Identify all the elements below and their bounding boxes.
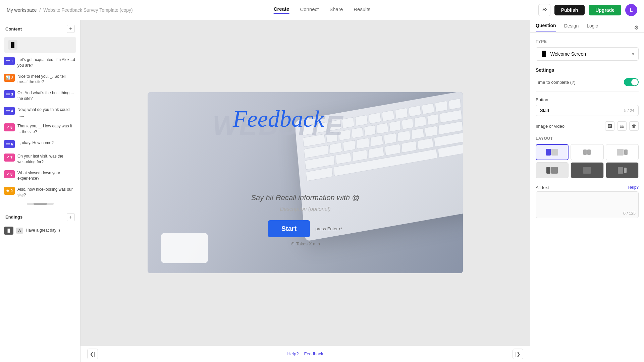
question-item-9[interactable]: ★ 9 Also, how nice-looking was our site? (0, 184, 80, 201)
type-icon: ▐▌ (540, 51, 548, 57)
question-text-8: What slowed down your experience? (17, 170, 76, 182)
divider-1 (536, 92, 639, 92)
canvas-bottom-bar: ❮| Help? Feedback |❯ (80, 345, 530, 362)
ending-item[interactable]: ▐▌ A Have a great day :) (0, 224, 80, 237)
takes-time: ⏱ Takes X min (148, 241, 463, 246)
nav-create[interactable]: Create (274, 6, 289, 14)
content-section-header: Content + (0, 20, 80, 36)
layout-block (546, 149, 551, 156)
time-complete-toggle[interactable] (624, 78, 639, 86)
question-text-5: Thank you, _. How easy was it ... the si… (17, 123, 76, 135)
chevron-down-icon: ▾ (632, 51, 634, 57)
layout-block-dark (551, 167, 558, 174)
question-item-5[interactable]: ✓ 5 Thank you, _. How easy was it ... th… (0, 121, 80, 137)
question-item-8[interactable]: ✓ 8 What slowed down your experience? (0, 168, 80, 184)
layout-block (583, 149, 587, 155)
question-item-7[interactable]: ✓ 7 On your last visit, was the we...oki… (0, 151, 80, 168)
breadcrumb-page: Website Feedback Survey Template (copy) (43, 7, 132, 13)
survey-description[interactable]: Description (optional) (148, 206, 463, 212)
welcome-item[interactable]: ▐▌ (4, 37, 76, 53)
tab-logic[interactable]: Logic (587, 23, 598, 32)
preview-button[interactable]: 👁 (538, 4, 550, 16)
ending-badge: ▐▌ (4, 227, 13, 235)
collapse-right-button[interactable]: |❯ (513, 349, 523, 359)
layout-option-5[interactable] (571, 162, 603, 178)
canvas-area: WEBSITE Feedback Say hi! Recall informat… (80, 20, 530, 362)
question-text-6: _, okay. How come? (17, 140, 76, 146)
help-link[interactable]: Help? (287, 351, 299, 356)
settings-gear-icon[interactable]: ⚙ (634, 24, 639, 31)
alt-text-header: Alt text Help? (536, 185, 639, 190)
question-badge-6: ≡≡ 6 (4, 140, 15, 148)
press-enter: press Enter ↵ (315, 226, 342, 231)
layout-block-dark (618, 167, 623, 174)
sidebar-scroll[interactable]: ▐▌ ≡≡ 1 Let's get acquainted. I'm Alex..… (0, 36, 80, 362)
image-adjust-button[interactable]: ⚖ (617, 121, 627, 131)
type-select-text: Welcome Screen (550, 51, 629, 57)
question-text-3: Ok. And what's the best thing ... the si… (17, 90, 76, 102)
layout-image-block (551, 149, 558, 156)
nav-connect[interactable]: Connect (300, 6, 319, 13)
layout-option-1[interactable] (536, 144, 569, 160)
tab-design[interactable]: Design (564, 23, 579, 32)
ending-text: Have a great day :) (26, 228, 76, 233)
layout-option-6[interactable] (606, 162, 639, 178)
alt-text-input[interactable]: 0 / 125 (536, 191, 639, 218)
collapse-left-button[interactable]: ❮| (87, 349, 98, 359)
alt-text-label: Alt text (536, 185, 549, 190)
alt-text-count: 0 / 125 (623, 211, 636, 216)
layout-image-block (617, 149, 624, 156)
survey-main-content: Say hi! Recall information with @ Descri… (148, 193, 463, 246)
feedback-link[interactable]: Feedback (304, 351, 323, 356)
type-select[interactable]: ▐▌ Welcome Screen ▾ (536, 47, 639, 61)
layout-option-4[interactable] (536, 162, 569, 178)
layout-label: Layout (536, 136, 639, 141)
layout-block (624, 149, 628, 155)
question-item-3[interactable]: ≡≡ 3 Ok. And what's the best thing ... t… (0, 87, 80, 104)
question-badge-3: ≡≡ 3 (4, 90, 15, 98)
toggle-thumb (631, 79, 638, 85)
publish-button[interactable]: Publish (554, 5, 585, 15)
image-upload-button[interactable]: 🖼 (605, 121, 614, 131)
layout-grid (536, 144, 639, 178)
image-icon-buttons: 🖼 ⚖ 🗑 (605, 121, 639, 131)
workspace-link[interactable]: My workspace (7, 7, 37, 13)
settings-label: Settings (536, 67, 639, 73)
add-ending-button[interactable]: + (67, 213, 75, 221)
question-item-2[interactable]: 📊 2 Nice to meet you, _. So tell me...f … (0, 71, 80, 88)
nav-share[interactable]: Share (329, 6, 343, 13)
bottom-links: Help? Feedback (287, 351, 323, 356)
question-text-2: Nice to meet you, _. So tell me...f the … (17, 74, 76, 85)
top-nav: My workspace / Website Feedback Survey T… (0, 0, 644, 20)
question-item-4[interactable]: ≡≡ 4 Now, what do you think could ...... (0, 104, 80, 121)
add-content-button[interactable]: + (67, 25, 75, 33)
question-badge-5: ✓ 5 (4, 123, 15, 131)
button-input-value: Start (540, 108, 549, 113)
endings-label: Endings (5, 215, 22, 220)
button-input[interactable]: Start 5 / 24 (536, 105, 639, 116)
panel-body: Type ▐▌ Welcome Screen ▾ Settings Time t… (530, 33, 644, 225)
feedback-overlay: WEBSITE Feedback (161, 112, 396, 139)
question-text-9: Also, how nice-looking was our site? (17, 187, 76, 198)
question-item-1[interactable]: ≡≡ 1 Let's get acquainted. I'm Alex...d … (0, 54, 80, 71)
tab-question[interactable]: Question (536, 23, 556, 32)
alt-text-help-link[interactable]: Help? (628, 185, 639, 190)
upgrade-button[interactable]: Upgrade (589, 5, 621, 15)
question-text-1: Let's get acquainted. I'm Alex...d you a… (17, 57, 76, 68)
layout-option-3[interactable] (606, 144, 639, 160)
start-button[interactable]: Start (268, 220, 310, 237)
nav-results[interactable]: Results (354, 6, 370, 13)
breadcrumb: My workspace / Website Feedback Survey T… (7, 7, 133, 13)
image-delete-button[interactable]: 🗑 (629, 121, 639, 131)
welcome-icon: ▐▌ (8, 40, 17, 50)
question-item-6[interactable]: ≡≡ 6 _, okay. How come? (0, 137, 80, 151)
layout-block-dark (546, 167, 550, 174)
button-count: 5 / 24 (624, 108, 634, 113)
image-video-row: Image or video 🖼 ⚖ 🗑 (536, 121, 639, 131)
question-badge-9: ★ 9 (4, 187, 15, 195)
button-section-label: Button (536, 97, 639, 102)
avatar[interactable]: L (625, 4, 637, 16)
survey-title[interactable]: Say hi! Recall information with @ (148, 193, 463, 202)
layout-option-2[interactable] (571, 144, 603, 160)
scroll-thumb (34, 203, 47, 205)
